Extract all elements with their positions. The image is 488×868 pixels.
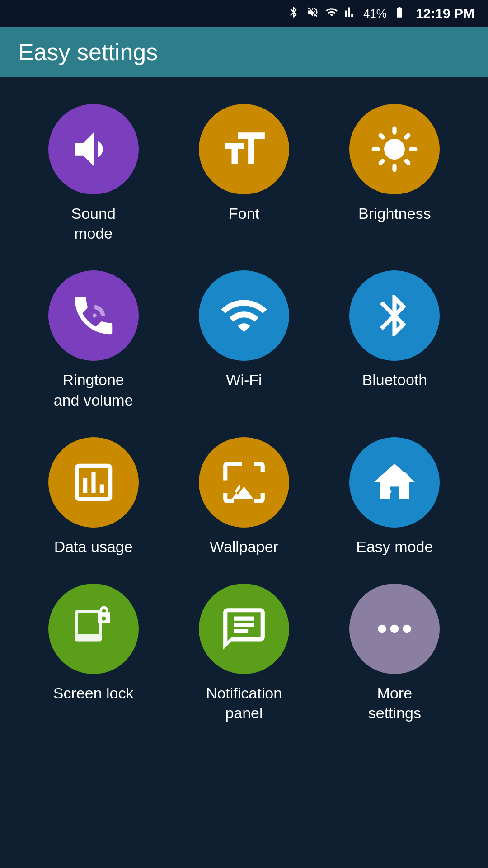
bluetooth-label: Bluetooth bbox=[362, 370, 427, 390]
wifi-item[interactable]: Wi-Fi bbox=[173, 270, 314, 410]
status-bar: 41% 12:19 PM bbox=[0, 0, 488, 27]
app-title: Easy settings bbox=[18, 38, 158, 66]
brightness-item[interactable]: Brightness bbox=[324, 104, 465, 243]
network-status-icon bbox=[325, 6, 338, 22]
ringtone-volume-item[interactable]: Ringtoneand volume bbox=[23, 270, 164, 410]
brightness-icon-circle bbox=[349, 104, 440, 194]
main-content: Soundmode Font Brightness Ringtoneand vo… bbox=[0, 77, 488, 868]
data-usage-icon-circle bbox=[48, 437, 139, 528]
data-usage-label: Data usage bbox=[54, 537, 133, 557]
sound-mode-icon bbox=[69, 124, 118, 174]
bluetooth-status-icon bbox=[287, 6, 300, 22]
ringtone-icon-circle bbox=[48, 270, 139, 361]
wallpaper-icon bbox=[219, 458, 269, 507]
svg-point-3 bbox=[102, 616, 106, 620]
bluetooth-icon-circle bbox=[349, 270, 440, 361]
screen-lock-label: Screen lock bbox=[53, 683, 134, 703]
screen-lock-icon-circle bbox=[48, 584, 139, 674]
ringtone-icon bbox=[69, 291, 118, 340]
brightness-label: Brightness bbox=[358, 203, 431, 223]
status-icons: 41% 12:19 PM bbox=[287, 6, 474, 22]
wifi-icon bbox=[219, 291, 269, 340]
font-item[interactable]: Font bbox=[173, 104, 314, 243]
data-usage-item[interactable]: Data usage bbox=[23, 437, 164, 557]
sound-mode-item[interactable]: Soundmode bbox=[23, 104, 164, 243]
more-settings-icon bbox=[370, 604, 419, 654]
wifi-label: Wi-Fi bbox=[226, 370, 262, 390]
font-icon bbox=[219, 124, 269, 174]
bluetooth-item[interactable]: Bluetooth bbox=[324, 270, 465, 410]
font-label: Font bbox=[229, 203, 259, 223]
svg-rect-2 bbox=[78, 613, 99, 634]
bluetooth-icon bbox=[370, 291, 419, 340]
notification-panel-item[interactable]: Notificationpanel bbox=[173, 584, 314, 723]
brightness-icon bbox=[370, 124, 419, 174]
ringtone-label: Ringtoneand volume bbox=[54, 370, 133, 410]
screen-lock-item[interactable]: Screen lock bbox=[23, 584, 164, 723]
battery-status: 41% bbox=[363, 7, 387, 21]
notification-panel-icon bbox=[219, 604, 269, 654]
data-usage-icon bbox=[69, 458, 118, 507]
more-settings-icon-circle bbox=[349, 584, 440, 674]
easy-mode-icon bbox=[370, 458, 419, 507]
status-time: 12:19 PM bbox=[416, 6, 474, 21]
signal-bars-icon bbox=[344, 6, 357, 22]
battery-icon bbox=[393, 6, 406, 22]
more-settings-label: Moresettings bbox=[368, 683, 421, 723]
wallpaper-item[interactable]: Wallpaper bbox=[173, 437, 314, 557]
sound-mode-label: Soundmode bbox=[71, 203, 116, 243]
notification-panel-icon-circle bbox=[199, 584, 289, 674]
wallpaper-icon-circle bbox=[199, 437, 289, 528]
screen-lock-icon bbox=[69, 604, 118, 654]
font-icon-circle bbox=[199, 104, 289, 194]
easy-mode-label: Easy mode bbox=[356, 537, 433, 557]
notification-panel-label: Notificationpanel bbox=[206, 683, 282, 723]
wallpaper-label: Wallpaper bbox=[210, 537, 278, 557]
more-settings-item[interactable]: Moresettings bbox=[324, 584, 465, 723]
mute-status-icon bbox=[306, 6, 319, 22]
easy-mode-icon-circle bbox=[349, 437, 440, 528]
settings-grid: Soundmode Font Brightness Ringtoneand vo… bbox=[9, 95, 479, 732]
sound-mode-icon-circle bbox=[48, 104, 139, 194]
wifi-icon-circle bbox=[199, 270, 289, 361]
easy-mode-item[interactable]: Easy mode bbox=[324, 437, 465, 557]
app-header: Easy settings bbox=[0, 27, 488, 77]
